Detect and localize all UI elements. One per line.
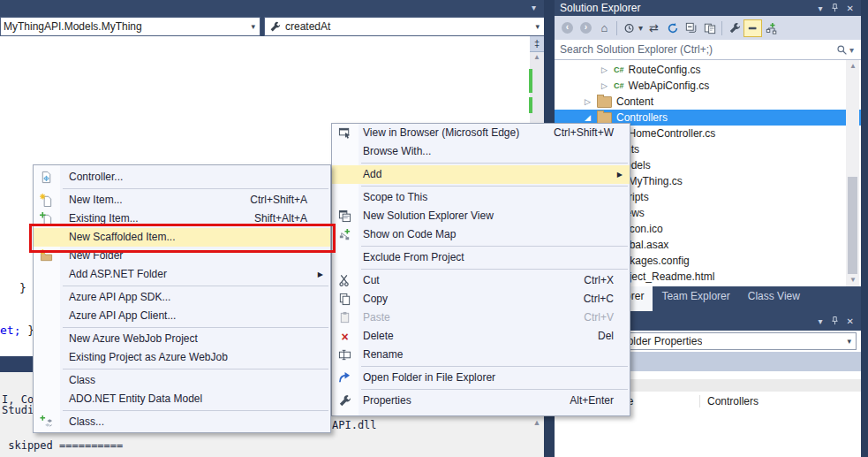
context-menu: View in Browser (Microsoft Edge) Ctrl+Sh… — [331, 123, 630, 416]
menu-item-label: Existing Project as Azure WebJob — [34, 348, 228, 367]
filter-chevron-icon[interactable]: ▾ — [638, 23, 643, 33]
menu-item-shortcut: Ctrl+Shift+A — [250, 191, 330, 209]
window-position-chevron-icon[interactable]: ▾ — [819, 316, 823, 326]
solution-explorer-titlebar[interactable]: Solution Explorer ▾ ✕ — [555, 0, 861, 16]
menu-item-browse-with[interactable]: Browse With... — [332, 142, 630, 161]
tree-item-content[interactable]: ▷ Content — [555, 94, 861, 110]
cut-icon — [337, 273, 352, 288]
scroll-up-icon[interactable]: ▲ — [530, 53, 544, 61]
code-map-icon — [766, 22, 778, 34]
scrollbar-thumb[interactable] — [848, 177, 857, 274]
delete-icon: × — [337, 329, 352, 344]
scroll-up-icon[interactable]: ▲ — [531, 418, 543, 427]
csharp-file-icon: C# — [614, 65, 624, 74]
menu-item-show-on-code-map[interactable]: Show on Code Map — [332, 225, 630, 244]
menu-item-properties[interactable]: Properties Alt+Enter — [332, 392, 630, 410]
search-options-chevron-icon[interactable]: ▾ — [849, 45, 854, 55]
menu-item-cut[interactable]: Cut Ctrl+X — [332, 271, 630, 290]
search-icon[interactable] — [836, 44, 848, 56]
chevron-down-icon[interactable]: ▾ — [531, 22, 544, 31]
home-icon: ⌂ — [601, 21, 608, 34]
code-line: et; } — [0, 324, 34, 337]
expand-expanded-icon[interactable]: ◢ — [585, 113, 597, 122]
menu-item-new-item[interactable]: New Item... Ctrl+Shift+A — [34, 191, 330, 209]
close-icon[interactable]: ✕ — [847, 316, 854, 326]
collapse-all-button[interactable] — [682, 19, 700, 37]
refresh-button[interactable] — [663, 19, 682, 37]
menu-item-shortcut: Del — [598, 327, 630, 346]
property-wrench-icon — [265, 21, 281, 33]
expand-collapsed-icon[interactable]: ▷ — [585, 97, 597, 106]
tree-item-routeconfig[interactable]: ▷ C# RouteConfig.cs — [555, 62, 861, 78]
menu-item-delete[interactable]: × Delete Del — [332, 327, 630, 346]
back-button[interactable]: ‹ — [558, 19, 577, 37]
menu-item-label: New Azure WebJob Project — [34, 330, 198, 348]
menu-separator — [63, 188, 328, 189]
menu-item-copy[interactable]: Copy Ctrl+C — [332, 290, 630, 308]
menu-item-label: View in Browser (Microsoft Edge) — [332, 124, 519, 142]
menu-separator — [361, 389, 628, 390]
properties-button[interactable] — [725, 19, 743, 37]
menu-item-adonet-entity-data-model[interactable]: ADO.NET Entity Data Model — [34, 390, 330, 408]
menu-item-new-solution-explorer-view[interactable]: New Solution Explorer View — [332, 207, 630, 225]
preview-selected-items-button[interactable] — [700, 19, 719, 37]
pin-icon[interactable] — [830, 3, 840, 13]
property-value[interactable]: Controllers — [700, 395, 759, 407]
view-code-map-button[interactable] — [762, 19, 781, 37]
menu-item-shortcut: Alt+Enter — [570, 392, 630, 410]
collapse-all-icon — [685, 22, 698, 34]
search-input[interactable]: Search Solution Explorer (Ctrl+;) ▾ — [555, 40, 861, 60]
menu-item-view-in-browser[interactable]: View in Browser (Microsoft Edge) Ctrl+Sh… — [332, 124, 630, 142]
menu-separator — [361, 366, 628, 367]
menu-separator — [361, 246, 628, 247]
menu-item-azure-api-app-client[interactable]: Azure API App Client... — [34, 307, 330, 325]
pin-icon[interactable] — [830, 316, 840, 326]
menu-item-azure-api-app-sdk[interactable]: Azure API App SDK... — [34, 288, 330, 307]
rename-icon — [337, 347, 352, 362]
menu-item-add[interactable]: Add ▶ — [332, 165, 630, 184]
forward-icon: › — [580, 22, 592, 34]
menu-item-new-azure-webjob-project[interactable]: New Azure WebJob Project — [34, 330, 330, 348]
menu-item-add-aspnet-folder[interactable]: Add ASP.NET Folder ▶ — [34, 265, 330, 284]
menu-item-open-folder-in-file-explorer[interactable]: Open Folder in File Explorer — [332, 369, 630, 387]
change-tracking-mark — [529, 69, 532, 93]
scroll-down-icon[interactable]: ▼ — [846, 276, 860, 284]
close-icon[interactable]: ✕ — [847, 4, 854, 13]
type-dropdown[interactable]: MyThingAPI.Models.MyThing ▾ — [0, 17, 260, 36]
clock-icon — [623, 22, 636, 34]
expand-collapsed-icon[interactable]: ▷ — [601, 65, 614, 74]
show-all-files-toggle[interactable] — [743, 19, 762, 37]
change-tracking-mark — [529, 97, 532, 113]
forward-button[interactable]: › — [577, 19, 595, 37]
tree-item-webapiconfig[interactable]: ▷ C# WebApiConfig.cs — [555, 78, 861, 94]
submenu-arrow-icon: ▶ — [318, 265, 323, 284]
pending-changes-filter-button[interactable] — [620, 19, 638, 37]
menu-item-shortcut: Ctrl+Shift+W — [554, 124, 630, 142]
menu-item-exclude-from-project[interactable]: Exclude From Project — [332, 248, 630, 267]
expand-collapsed-icon[interactable]: ▷ — [601, 81, 614, 90]
show-all-files-icon — [747, 22, 759, 34]
home-button[interactable]: ⌂ — [595, 19, 614, 37]
tree-scrollbar[interactable]: ▲ ▼ — [846, 60, 859, 286]
splitter-handle-icon[interactable]: ‡ — [530, 36, 544, 52]
menu-item-controller[interactable]: Controller... — [34, 168, 330, 187]
tab-class-view[interactable]: Class View — [739, 286, 809, 306]
editor-options-chevron-icon[interactable]: ▾ — [532, 3, 536, 12]
new-solution-explorer-view-icon — [337, 209, 352, 224]
menu-item-existing-project-as-azure-webjob[interactable]: Existing Project as Azure WebJob — [34, 348, 330, 367]
menu-item-label: Add ASP.NET Folder — [34, 265, 167, 284]
menu-item-label: New Solution Explorer View — [332, 207, 494, 225]
tab-team-explorer[interactable]: Team Explorer — [653, 286, 738, 306]
menu-item-scope-to-this[interactable]: Scope to This — [332, 188, 630, 207]
submenu-arrow-icon: ▶ — [617, 165, 623, 184]
chevron-down-icon[interactable]: ▾ — [847, 337, 856, 346]
menu-item-class-plain[interactable]: Class — [34, 371, 330, 390]
sync-with-active-document-button[interactable]: ⇄ — [645, 19, 663, 37]
scroll-up-icon[interactable]: ▲ — [846, 62, 860, 70]
window-position-chevron-icon[interactable]: ▾ — [819, 4, 823, 13]
menu-item-rename[interactable]: Rename — [332, 346, 630, 364]
chevron-down-icon[interactable]: ▾ — [246, 22, 260, 31]
menu-item-class-dialog[interactable]: Class... — [34, 413, 330, 431]
member-dropdown[interactable]: createdAt ▾ — [264, 17, 545, 36]
menu-separator — [63, 369, 328, 369]
